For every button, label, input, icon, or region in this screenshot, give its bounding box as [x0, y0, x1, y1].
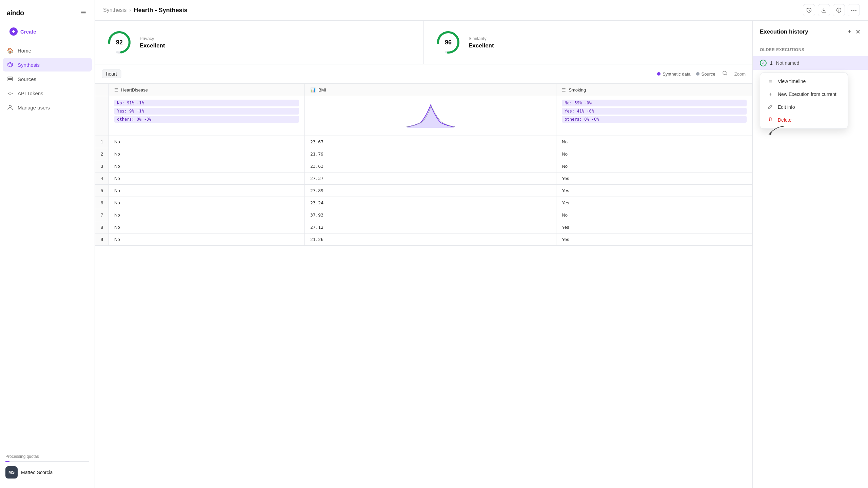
- cell-bmi: 27.12: [304, 221, 556, 233]
- sidebar-item-home[interactable]: 🏠 Home: [3, 44, 92, 57]
- smoking-badge-2: others: 0% -0%: [562, 116, 747, 123]
- create-button[interactable]: + Create: [4, 25, 91, 38]
- sidebar-toggle-button[interactable]: [79, 8, 88, 18]
- menu-item-view-timeline[interactable]: ≡ View timeline: [762, 75, 846, 88]
- sidebar-item-api-tokens[interactable]: <> API Tokens: [3, 86, 92, 100]
- svg-point-8: [9, 105, 12, 108]
- cell-smoking: Yes: [556, 172, 752, 185]
- user-name: Matteo Scorcia: [21, 470, 53, 475]
- exec-check-icon: ✓: [760, 60, 767, 66]
- breadcrumb-parent[interactable]: Synthesis: [103, 7, 126, 13]
- table-row: 7 No 37.93 No: [95, 209, 752, 221]
- cell-bmi: 21.26: [304, 233, 556, 246]
- heartdisease-stat-cell: No: 91% -1% Yes: 9% +1% others: 0% -0%: [109, 96, 305, 136]
- similarity-score: 96: [445, 39, 452, 46]
- metrics-row: 92 Privacy Excellent 96: [95, 21, 752, 64]
- table-row: 9 No 21.26 Yes: [95, 233, 752, 246]
- svg-rect-1: [81, 12, 86, 13]
- row-num-header: [95, 84, 109, 96]
- download-button[interactable]: [818, 4, 830, 16]
- cell-smoking: Yes: [556, 197, 752, 209]
- cell-heartdisease: No: [109, 136, 305, 148]
- nav-list: 🏠 Home Synthesis Sources <: [0, 44, 95, 450]
- legend-synthetic: Synthetic data: [657, 72, 690, 77]
- heartdisease-badge-2: others: 0% -0%: [114, 116, 299, 123]
- sidebar-item-manage-users[interactable]: Manage users: [3, 101, 92, 114]
- avatar: MS: [5, 466, 18, 479]
- row-num: 4: [95, 172, 109, 185]
- breadcrumb: Synthesis › Hearth - Synthesis: [103, 7, 188, 14]
- zoom-label: Zoom: [734, 72, 746, 77]
- exec-body: Older executions ✓ 1 Not named ≡ View ti…: [753, 42, 868, 145]
- smoking-col-icon: ☰: [562, 87, 566, 93]
- menu-item-label-edit-info: Edit info: [778, 104, 795, 110]
- more-options-button[interactable]: ⋯: [848, 4, 860, 16]
- quotas-bar: [5, 461, 89, 462]
- svg-rect-2: [81, 14, 86, 15]
- privacy-gauge: 92: [106, 29, 133, 56]
- main-content: 92 Privacy Excellent 96: [95, 21, 868, 488]
- row-num: 7: [95, 209, 109, 221]
- legend-source: Source: [696, 72, 715, 77]
- exec-number: 1: [770, 60, 773, 66]
- new-execution-icon: +: [767, 91, 774, 97]
- history-button[interactable]: [803, 4, 815, 16]
- sidebar: aindo + Create 🏠 Home Synthesis: [0, 0, 95, 488]
- svg-rect-6: [8, 79, 13, 80]
- exec-name: Not named: [776, 60, 799, 66]
- privacy-info: Privacy Excellent: [140, 36, 165, 49]
- metric-card-similarity: 96 Similarity Excellent: [424, 21, 752, 64]
- user-info[interactable]: MS Matteo Scorcia: [5, 466, 89, 479]
- exec-add-button[interactable]: +: [847, 28, 852, 36]
- col-header-smoking: ☰ Smoking: [556, 84, 752, 96]
- table-row: 5 No 27.89 Yes: [95, 185, 752, 197]
- sidebar-item-sources[interactable]: Sources: [3, 72, 92, 86]
- col-label-heartdisease: HeartDisease: [121, 87, 148, 93]
- table-search-button[interactable]: [721, 69, 729, 79]
- svg-marker-17: [768, 132, 772, 135]
- col-header-bmi: 📊 BMI: [304, 84, 556, 96]
- stats-row-num: [95, 96, 109, 136]
- cell-heartdisease: No: [109, 233, 305, 246]
- cell-heartdisease: No: [109, 148, 305, 160]
- execution-history-panel: Execution history + ✕ Older executions ✓…: [753, 21, 868, 488]
- svg-rect-7: [8, 80, 13, 81]
- table-row: 4 No 27.37 Yes: [95, 172, 752, 185]
- cell-smoking: No: [556, 136, 752, 148]
- table-tag[interactable]: heart: [102, 69, 121, 78]
- table-row: 3 No 23.63 No: [95, 160, 752, 172]
- synthetic-label: Synthetic data: [663, 72, 690, 77]
- table-area: heart Synthetic data Source: [95, 64, 752, 246]
- cell-smoking: Yes: [556, 233, 752, 246]
- similarity-label: Similarity: [469, 36, 494, 41]
- smoking-badge-1: Yes: 41% +0%: [562, 108, 747, 115]
- menu-item-new-execution[interactable]: + New Execution from current: [762, 88, 846, 101]
- app-logo: aindo: [7, 9, 24, 17]
- sidebar-item-label-api-tokens: API Tokens: [18, 90, 43, 96]
- svg-rect-0: [81, 11, 86, 12]
- cell-heartdisease: No: [109, 172, 305, 185]
- sidebar-item-label-synthesis: Synthesis: [18, 62, 40, 68]
- exec-item-1[interactable]: ✓ 1 Not named: [753, 56, 868, 70]
- table-toolbar: heart Synthetic data Source: [95, 64, 752, 84]
- cell-heartdisease: No: [109, 221, 305, 233]
- info-button[interactable]: [833, 4, 845, 16]
- table-row: 8 No 27.12 Yes: [95, 221, 752, 233]
- menu-item-edit-info[interactable]: Edit info: [762, 101, 846, 114]
- exec-history-title: Execution history: [760, 28, 808, 35]
- older-executions-label: Older executions: [753, 47, 868, 56]
- breadcrumb-current: Hearth - Synthesis: [134, 7, 188, 14]
- row-num: 9: [95, 233, 109, 246]
- sidebar-item-synthesis[interactable]: Synthesis: [3, 58, 92, 72]
- col-label-bmi: BMI: [318, 87, 326, 93]
- cell-smoking: No: [556, 209, 752, 221]
- create-plus-icon: +: [9, 27, 18, 36]
- bmi-chart: [310, 100, 551, 132]
- similarity-value: Excellent: [469, 42, 494, 49]
- row-num: 2: [95, 148, 109, 160]
- svg-rect-5: [8, 77, 13, 78]
- bmi-chart-cell: [304, 96, 556, 136]
- exec-close-button[interactable]: ✕: [855, 27, 861, 36]
- source-label: Source: [702, 72, 715, 77]
- sidebar-footer: Processing quotas MS Matteo Scorcia: [0, 450, 95, 483]
